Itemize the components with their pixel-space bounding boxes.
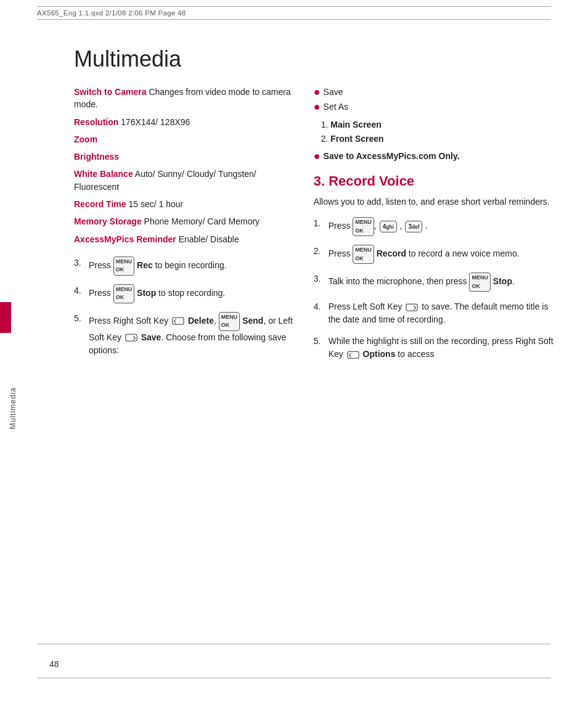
step-item-4: 4. Press MENUOK Stop to stop recording.: [74, 284, 295, 303]
step-number: 4.: [74, 284, 86, 303]
header-bar: AX565_Eng 1.1.qxd 2/1/08 2:06 PM Page 48: [37, 6, 551, 20]
list-item: Memory Storage Phone Memory/ Card Memory: [74, 215, 295, 228]
item-desc: 176X144/ 128X96: [121, 117, 190, 127]
bullet-text: Set As: [324, 101, 348, 113]
step-body: Press MENUOK Record to record a new voic…: [329, 245, 554, 264]
bullet-dot: ●: [314, 101, 321, 112]
step-item-3: 3. Press MENUOK Rec to begin recording.: [74, 257, 295, 276]
page-wrapper: AX565_Eng 1.1.qxd 2/1/08 2:06 PM Page 48…: [0, 0, 588, 706]
item-desc: Phone Memory/ Card Memory: [144, 216, 260, 226]
header-text: AX565_Eng 1.1.qxd 2/1/08 2:06 PM Page 48: [37, 9, 186, 17]
step-item-5: 5. Press Right Soft Key Delete, MENUOK: [74, 312, 295, 357]
right-step-1: 1. Press MENUOK, 4 ghi , 3 def .: [314, 217, 554, 236]
step-number: 1.: [314, 217, 326, 236]
menu-ok-key: MENUOK: [113, 284, 135, 303]
key-3def: 3 def: [405, 221, 422, 232]
menu-ok-icon: MENUOK: [113, 288, 137, 298]
step-body: Press Right Soft Key Delete, MENUOK Send…: [89, 312, 295, 357]
right-soft-key-icon: [172, 317, 184, 326]
bullet-dot: ●: [314, 150, 321, 162]
list-item: ● Set As: [314, 101, 554, 113]
step-body: Press MENUOK Rec to begin recording.: [89, 257, 295, 276]
svg-line-7: [414, 305, 416, 307]
footer-line-bottom: [37, 678, 551, 678]
key-4ghi: 4 ghi: [380, 221, 397, 232]
step-body: Press MENUOK, 4 ghi , 3 def .: [329, 217, 554, 236]
right-step-5: 5. While the highlight is still on the r…: [314, 335, 554, 361]
svg-line-5: [133, 338, 135, 340]
item-label: Brightness: [74, 152, 119, 162]
item-label: White Balance: [74, 169, 133, 179]
menu-ok-key: MENUOK: [469, 273, 491, 292]
item-label: AxcessMyPics Reminder: [74, 234, 176, 244]
list-item: 2. Front Screen: [321, 133, 554, 145]
right-step-2: 2. Press MENUOK Record to record a new v…: [314, 245, 554, 264]
item-label: Zoom: [74, 134, 97, 144]
list-item: AxcessMyPics Reminder Enable/ Disable: [74, 233, 295, 245]
list-item: White Balance Auto/ Sunny/ Cloudy/ Tungs…: [74, 168, 295, 193]
bullet-text: Save: [324, 86, 343, 98]
svg-line-1: [174, 319, 176, 321]
left-soft-key-icon: [406, 303, 418, 312]
page-number: 48: [49, 659, 59, 669]
item-label: Resolution: [74, 117, 118, 127]
svg-line-4: [133, 336, 135, 338]
svg-line-11: [349, 355, 351, 357]
list-item: Switch to Camera Changes from video mode…: [74, 86, 295, 111]
num-label: Main Screen: [330, 120, 381, 129]
step-body: Press Left Soft Key to save. The default…: [329, 300, 554, 326]
list-item: ● Save to AxcessMyPics.com Only.: [314, 150, 554, 162]
item-desc: 15 sec/ 1 hour: [128, 199, 183, 209]
footer-line-top: [37, 644, 551, 644]
section-intro: Allows you to add, listen to, and erase …: [314, 195, 554, 208]
main-content: Multimedia Switch to Camera Changes from…: [40, 34, 554, 638]
bullet-list: ● Save ● Set As: [314, 86, 554, 113]
sidebar-label: Multimedia: [0, 234, 17, 583]
svg-line-10: [349, 353, 351, 355]
list-item: Record Time 15 sec/ 1 hour: [74, 198, 295, 210]
step-body: While the highlight is still on the reco…: [329, 335, 554, 361]
sidebar-accent: [0, 302, 11, 333]
svg-line-8: [414, 308, 416, 310]
right-step-3: 3. Talk into the microphone, then press …: [314, 273, 554, 292]
list-item: Brightness: [74, 150, 295, 163]
section-heading: 3. Record Voice: [314, 173, 554, 189]
columns: Switch to Camera Changes from video mode…: [40, 86, 554, 369]
svg-line-2: [174, 321, 176, 323]
left-column: Switch to Camera Changes from video mode…: [40, 86, 308, 369]
step-number: 3.: [314, 273, 326, 292]
step-number: 5.: [314, 335, 326, 361]
numbered-list: 1. Main Screen 2. Front Screen: [314, 118, 554, 146]
list-item: Resolution 176X144/ 128X96: [74, 116, 295, 128]
step-number: 4.: [314, 300, 326, 326]
menu-ok-key: MENUOK: [113, 257, 135, 276]
right-soft-key-icon: [347, 351, 359, 359]
item-label: Switch to Camera: [74, 87, 146, 97]
item-desc: Enable/ Disable: [179, 234, 239, 244]
list-item: Zoom: [74, 133, 295, 146]
list-item: 1. Main Screen: [321, 118, 554, 131]
step-number: 5.: [74, 312, 86, 357]
list-item: ● Save: [314, 86, 554, 98]
menu-ok-key: MENUOK: [219, 312, 240, 331]
num-label: Front Screen: [330, 134, 383, 144]
left-soft-key-icon: [125, 334, 137, 342]
bullet-text: Save to AxcessMyPics.com Only.: [324, 150, 460, 162]
menu-ok-key: MENUOK: [353, 245, 374, 264]
item-label: Memory Storage: [74, 216, 142, 226]
item-label: Record Time: [74, 199, 126, 209]
bullet-dot: ●: [314, 86, 321, 97]
page-title: Multimedia: [74, 46, 554, 72]
step-body: Talk into the microphone, then press MEN…: [329, 273, 554, 292]
step-body: Press MENUOK Stop to stop recording.: [89, 284, 295, 303]
menu-ok-icon: MENUOK: [113, 260, 137, 270]
bullet-list-axcess: ● Save to AxcessMyPics.com Only.: [314, 150, 554, 162]
step-number: 3.: [74, 257, 86, 276]
right-column: ● Save ● Set As 1. Main Screen 2. Front …: [308, 86, 554, 369]
right-step-4: 4. Press Left Soft Key to save. The defa…: [314, 300, 554, 326]
sidebar-label-text: Multimedia: [7, 387, 17, 429]
menu-ok-key: MENUOK: [353, 217, 374, 236]
step-number: 2.: [314, 245, 326, 264]
